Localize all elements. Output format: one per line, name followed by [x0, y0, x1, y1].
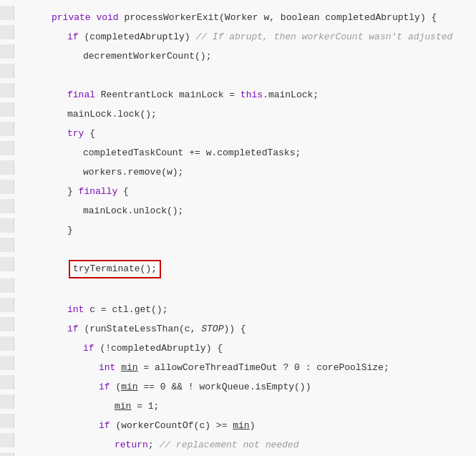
line-content: if (completedAbruptly) // If abrupt, the…: [14, 30, 476, 44]
line-content: if (workerCountOf(c) >= min): [14, 419, 476, 433]
code-token: ReentrantLock mainLock =: [101, 89, 241, 100]
code-line: return; // replacement not needed: [0, 433, 476, 452]
keyword: private: [52, 12, 96, 23]
line-content: workers.remove(w);: [14, 165, 476, 180]
code-line: tryTerminate();: [0, 257, 476, 278]
keyword: if: [99, 420, 115, 431]
line-gutter: [0, 278, 14, 293]
line-content: [14, 283, 476, 298]
code-line: decrementWorkerCount();: [0, 44, 476, 64]
line-content: if (runStateLessThan(c, STOP)) {: [14, 322, 476, 336]
code-token: ): [250, 420, 256, 431]
line-gutter: [0, 102, 14, 117]
line-gutter: [0, 336, 14, 351]
code-line: int min = allowCoreThreadTimeOut ? 0 : c…: [0, 356, 476, 375]
italic-token: STOP: [201, 324, 223, 334]
line-content: if (min == 0 && ! workQueue.isEmpty()): [14, 380, 476, 394]
line-gutter: [0, 298, 14, 312]
code-token: (!completedAbruptly) {: [99, 343, 223, 354]
line-gutter: [0, 64, 14, 78]
line-content: try {: [14, 127, 476, 141]
code-line: [0, 238, 476, 257]
line-gutter: [0, 356, 14, 370]
code-token: decrementWorkerCount();: [83, 51, 211, 62]
code-line: }: [0, 452, 476, 456]
line-gutter: [0, 180, 14, 194]
line-content: decrementWorkerCount();: [14, 49, 476, 64]
code-token: }: [67, 186, 79, 197]
keyword: int: [99, 362, 121, 373]
line-gutter: [0, 317, 14, 331]
line-gutter: [0, 218, 14, 233]
code-token: .mainLock;: [263, 89, 319, 100]
code-token: ;: [148, 440, 160, 450]
line-content: } finally {: [14, 185, 476, 199]
code-line: if (runStateLessThan(c, STOP)) {: [0, 317, 476, 336]
line-content: min = 1;: [14, 399, 476, 414]
line-content: private void processWorkerExit(Worker w,…: [14, 11, 476, 25]
line-gutter: [0, 6, 14, 20]
line-gutter: [0, 238, 14, 252]
keyword: final: [67, 89, 101, 100]
code-line: } finally {: [0, 180, 476, 199]
underlined-var: min: [121, 362, 137, 373]
code-line: }: [0, 218, 476, 238]
keyword: return: [115, 440, 148, 450]
keyword: void: [96, 12, 124, 23]
line-content: return; // replacement not needed: [14, 438, 476, 452]
code-token: processWorkerExit(Worker w, boolean comp…: [124, 12, 437, 23]
line-content: int c = ctl.get();: [14, 303, 476, 317]
code-line: mainLock.lock();: [0, 102, 476, 122]
code-token: {: [89, 128, 95, 139]
code-token: completedTaskCount += w.completedTasks;: [83, 147, 301, 158]
underlined-var: min: [233, 420, 249, 431]
code-line: if (workerCountOf(c) >= min): [0, 414, 476, 433]
keyword: if: [67, 31, 84, 42]
code-line: final ReentrantLock mainLock = this.main…: [0, 83, 476, 102]
underlined-var: min: [121, 382, 137, 392]
line-gutter: [0, 433, 14, 447]
line-content: completedTaskCount += w.completedTasks;: [14, 146, 476, 160]
line-content: mainLock.lock();: [14, 107, 476, 122]
code-line: completedTaskCount += w.completedTasks;: [0, 141, 476, 160]
keyword: int: [67, 304, 89, 315]
line-gutter: [0, 141, 14, 155]
underlined-var: min: [115, 401, 131, 412]
code-line: workers.remove(w);: [0, 160, 476, 180]
comment: // replacement not needed: [159, 440, 298, 450]
line-gutter: [0, 452, 14, 456]
line-content: tryTerminate();: [14, 260, 476, 278]
code-line: private void processWorkerExit(Worker w,…: [0, 6, 476, 25]
highlighted-call: tryTerminate();: [69, 260, 161, 278]
code-token: {: [117, 186, 129, 197]
code-token: == 0 && ! workQueue.isEmpty()): [138, 382, 311, 392]
keyword: if: [67, 324, 84, 334]
line-content: final ReentrantLock mainLock = this.main…: [14, 88, 476, 102]
line-content: [14, 243, 476, 257]
code-token: mainLock.unlock();: [83, 205, 183, 216]
line-gutter: [0, 375, 14, 389]
code-line: try {: [0, 122, 476, 141]
line-gutter: [0, 394, 14, 409]
line-gutter: [0, 257, 14, 271]
keyword: finally: [79, 186, 118, 197]
keyword: if: [83, 343, 99, 354]
code-token: }: [67, 225, 73, 236]
line-content: [14, 69, 476, 83]
line-content: }: [14, 223, 476, 238]
code-line: int c = ctl.get();: [0, 298, 476, 317]
line-content: int min = allowCoreThreadTimeOut ? 0 : c…: [14, 361, 476, 375]
line-content: if (!completedAbruptly) {: [14, 341, 476, 356]
line-gutter: [0, 83, 14, 97]
keyword: try: [67, 128, 89, 139]
line-gutter: [0, 160, 14, 175]
line-gutter: [0, 122, 14, 136]
code-token: = 1;: [131, 401, 159, 412]
code-token: (workerCountOf(c) >=: [115, 420, 233, 431]
code-line: if (min == 0 && ! workQueue.isEmpty()): [0, 375, 476, 394]
keyword: if: [99, 382, 115, 392]
line-content: mainLock.unlock();: [14, 204, 476, 218]
code-line: [0, 278, 476, 298]
comment: // If abrupt, then workerCount wasn't ad…: [195, 31, 452, 42]
code-token: = allowCoreThreadTimeOut ? 0 : corePoolS…: [138, 362, 389, 373]
